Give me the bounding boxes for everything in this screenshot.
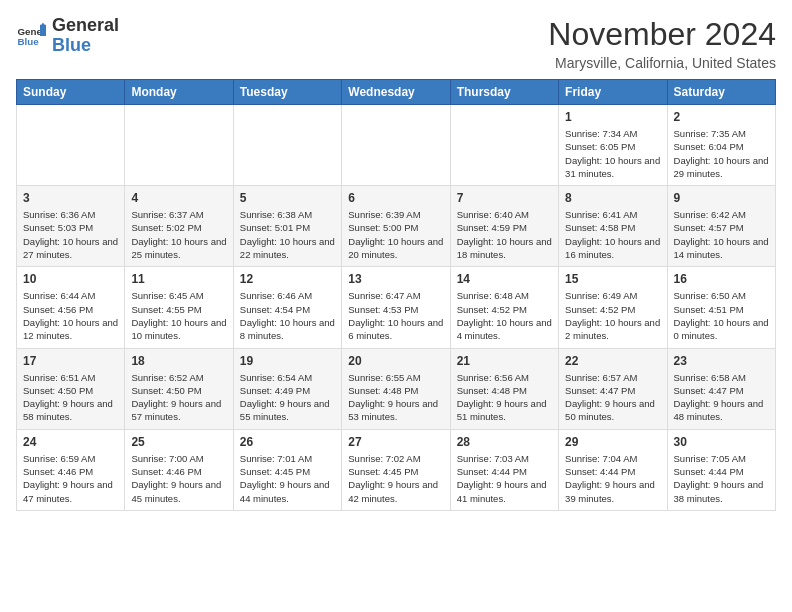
calendar-cell: 4Sunrise: 6:37 AM Sunset: 5:02 PM Daylig… bbox=[125, 186, 233, 267]
logo: General Blue General Blue bbox=[16, 16, 119, 56]
day-info: Sunrise: 6:40 AM Sunset: 4:59 PM Dayligh… bbox=[457, 208, 552, 261]
day-number: 11 bbox=[131, 272, 226, 286]
day-info: Sunrise: 6:36 AM Sunset: 5:03 PM Dayligh… bbox=[23, 208, 118, 261]
calendar-week-0: 1Sunrise: 7:34 AM Sunset: 6:05 PM Daylig… bbox=[17, 105, 776, 186]
day-info: Sunrise: 7:34 AM Sunset: 6:05 PM Dayligh… bbox=[565, 127, 660, 180]
day-header-monday: Monday bbox=[125, 80, 233, 105]
calendar-cell: 13Sunrise: 6:47 AM Sunset: 4:53 PM Dayli… bbox=[342, 267, 450, 348]
calendar-week-1: 3Sunrise: 6:36 AM Sunset: 5:03 PM Daylig… bbox=[17, 186, 776, 267]
calendar-cell: 29Sunrise: 7:04 AM Sunset: 4:44 PM Dayli… bbox=[559, 429, 667, 510]
calendar-cell bbox=[342, 105, 450, 186]
day-info: Sunrise: 6:49 AM Sunset: 4:52 PM Dayligh… bbox=[565, 289, 660, 342]
calendar-table: SundayMondayTuesdayWednesdayThursdayFrid… bbox=[16, 79, 776, 511]
day-info: Sunrise: 6:52 AM Sunset: 4:50 PM Dayligh… bbox=[131, 371, 226, 424]
calendar-cell: 17Sunrise: 6:51 AM Sunset: 4:50 PM Dayli… bbox=[17, 348, 125, 429]
day-info: Sunrise: 6:50 AM Sunset: 4:51 PM Dayligh… bbox=[674, 289, 769, 342]
calendar-cell: 1Sunrise: 7:34 AM Sunset: 6:05 PM Daylig… bbox=[559, 105, 667, 186]
day-info: Sunrise: 6:41 AM Sunset: 4:58 PM Dayligh… bbox=[565, 208, 660, 261]
logo-general: General bbox=[52, 15, 119, 35]
day-info: Sunrise: 6:39 AM Sunset: 5:00 PM Dayligh… bbox=[348, 208, 443, 261]
day-number: 12 bbox=[240, 272, 335, 286]
calendar-cell: 14Sunrise: 6:48 AM Sunset: 4:52 PM Dayli… bbox=[450, 267, 558, 348]
calendar-cell: 3Sunrise: 6:36 AM Sunset: 5:03 PM Daylig… bbox=[17, 186, 125, 267]
day-header-friday: Friday bbox=[559, 80, 667, 105]
calendar-cell bbox=[233, 105, 341, 186]
day-info: Sunrise: 7:00 AM Sunset: 4:46 PM Dayligh… bbox=[131, 452, 226, 505]
calendar-cell: 2Sunrise: 7:35 AM Sunset: 6:04 PM Daylig… bbox=[667, 105, 775, 186]
logo-icon: General Blue bbox=[16, 21, 46, 51]
day-number: 18 bbox=[131, 354, 226, 368]
calendar-cell: 28Sunrise: 7:03 AM Sunset: 4:44 PM Dayli… bbox=[450, 429, 558, 510]
calendar-cell: 8Sunrise: 6:41 AM Sunset: 4:58 PM Daylig… bbox=[559, 186, 667, 267]
day-info: Sunrise: 6:58 AM Sunset: 4:47 PM Dayligh… bbox=[674, 371, 769, 424]
calendar-cell: 15Sunrise: 6:49 AM Sunset: 4:52 PM Dayli… bbox=[559, 267, 667, 348]
day-header-tuesday: Tuesday bbox=[233, 80, 341, 105]
day-info: Sunrise: 6:42 AM Sunset: 4:57 PM Dayligh… bbox=[674, 208, 769, 261]
day-number: 17 bbox=[23, 354, 118, 368]
calendar-cell: 12Sunrise: 6:46 AM Sunset: 4:54 PM Dayli… bbox=[233, 267, 341, 348]
day-info: Sunrise: 6:45 AM Sunset: 4:55 PM Dayligh… bbox=[131, 289, 226, 342]
calendar-cell: 9Sunrise: 6:42 AM Sunset: 4:57 PM Daylig… bbox=[667, 186, 775, 267]
day-header-saturday: Saturday bbox=[667, 80, 775, 105]
calendar-cell bbox=[17, 105, 125, 186]
day-number: 19 bbox=[240, 354, 335, 368]
day-info: Sunrise: 7:02 AM Sunset: 4:45 PM Dayligh… bbox=[348, 452, 443, 505]
calendar-week-2: 10Sunrise: 6:44 AM Sunset: 4:56 PM Dayli… bbox=[17, 267, 776, 348]
calendar-cell: 11Sunrise: 6:45 AM Sunset: 4:55 PM Dayli… bbox=[125, 267, 233, 348]
day-number: 25 bbox=[131, 435, 226, 449]
day-number: 8 bbox=[565, 191, 660, 205]
calendar-cell: 24Sunrise: 6:59 AM Sunset: 4:46 PM Dayli… bbox=[17, 429, 125, 510]
day-info: Sunrise: 7:03 AM Sunset: 4:44 PM Dayligh… bbox=[457, 452, 552, 505]
calendar-header-row: SundayMondayTuesdayWednesdayThursdayFrid… bbox=[17, 80, 776, 105]
calendar-cell bbox=[450, 105, 558, 186]
day-info: Sunrise: 6:59 AM Sunset: 4:46 PM Dayligh… bbox=[23, 452, 118, 505]
calendar-cell: 21Sunrise: 6:56 AM Sunset: 4:48 PM Dayli… bbox=[450, 348, 558, 429]
logo-text: General Blue bbox=[52, 16, 119, 56]
day-number: 21 bbox=[457, 354, 552, 368]
day-number: 24 bbox=[23, 435, 118, 449]
day-number: 14 bbox=[457, 272, 552, 286]
page-header: General Blue General Blue November 2024 … bbox=[16, 16, 776, 71]
day-info: Sunrise: 6:47 AM Sunset: 4:53 PM Dayligh… bbox=[348, 289, 443, 342]
calendar-cell: 10Sunrise: 6:44 AM Sunset: 4:56 PM Dayli… bbox=[17, 267, 125, 348]
day-info: Sunrise: 6:57 AM Sunset: 4:47 PM Dayligh… bbox=[565, 371, 660, 424]
calendar-cell: 7Sunrise: 6:40 AM Sunset: 4:59 PM Daylig… bbox=[450, 186, 558, 267]
calendar-cell: 25Sunrise: 7:00 AM Sunset: 4:46 PM Dayli… bbox=[125, 429, 233, 510]
day-number: 13 bbox=[348, 272, 443, 286]
month-title: November 2024 bbox=[548, 16, 776, 53]
day-number: 15 bbox=[565, 272, 660, 286]
calendar-cell: 19Sunrise: 6:54 AM Sunset: 4:49 PM Dayli… bbox=[233, 348, 341, 429]
day-number: 1 bbox=[565, 110, 660, 124]
calendar-cell: 26Sunrise: 7:01 AM Sunset: 4:45 PM Dayli… bbox=[233, 429, 341, 510]
day-info: Sunrise: 6:55 AM Sunset: 4:48 PM Dayligh… bbox=[348, 371, 443, 424]
day-number: 9 bbox=[674, 191, 769, 205]
calendar-week-4: 24Sunrise: 6:59 AM Sunset: 4:46 PM Dayli… bbox=[17, 429, 776, 510]
day-number: 5 bbox=[240, 191, 335, 205]
day-info: Sunrise: 7:05 AM Sunset: 4:44 PM Dayligh… bbox=[674, 452, 769, 505]
day-header-sunday: Sunday bbox=[17, 80, 125, 105]
day-number: 27 bbox=[348, 435, 443, 449]
day-number: 10 bbox=[23, 272, 118, 286]
day-info: Sunrise: 6:46 AM Sunset: 4:54 PM Dayligh… bbox=[240, 289, 335, 342]
calendar-cell: 23Sunrise: 6:58 AM Sunset: 4:47 PM Dayli… bbox=[667, 348, 775, 429]
day-number: 20 bbox=[348, 354, 443, 368]
day-info: Sunrise: 6:38 AM Sunset: 5:01 PM Dayligh… bbox=[240, 208, 335, 261]
day-header-thursday: Thursday bbox=[450, 80, 558, 105]
day-number: 29 bbox=[565, 435, 660, 449]
day-number: 22 bbox=[565, 354, 660, 368]
day-info: Sunrise: 6:56 AM Sunset: 4:48 PM Dayligh… bbox=[457, 371, 552, 424]
title-area: November 2024 Marysville, California, Un… bbox=[548, 16, 776, 71]
day-info: Sunrise: 6:51 AM Sunset: 4:50 PM Dayligh… bbox=[23, 371, 118, 424]
location-title: Marysville, California, United States bbox=[548, 55, 776, 71]
day-number: 26 bbox=[240, 435, 335, 449]
calendar-cell: 18Sunrise: 6:52 AM Sunset: 4:50 PM Dayli… bbox=[125, 348, 233, 429]
calendar-cell bbox=[125, 105, 233, 186]
day-info: Sunrise: 7:01 AM Sunset: 4:45 PM Dayligh… bbox=[240, 452, 335, 505]
day-info: Sunrise: 6:44 AM Sunset: 4:56 PM Dayligh… bbox=[23, 289, 118, 342]
day-number: 28 bbox=[457, 435, 552, 449]
logo-blue: Blue bbox=[52, 35, 91, 55]
day-header-wednesday: Wednesday bbox=[342, 80, 450, 105]
calendar-cell: 20Sunrise: 6:55 AM Sunset: 4:48 PM Dayli… bbox=[342, 348, 450, 429]
day-number: 7 bbox=[457, 191, 552, 205]
calendar-cell: 22Sunrise: 6:57 AM Sunset: 4:47 PM Dayli… bbox=[559, 348, 667, 429]
